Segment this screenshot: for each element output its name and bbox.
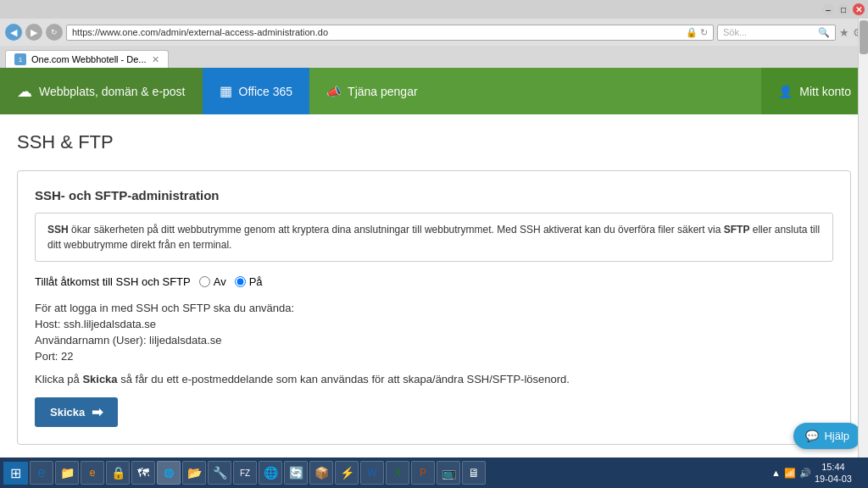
- app-header: ☁ Webbplats, domän & e-post ▦ Office 365…: [0, 68, 868, 114]
- taskbar-ie2[interactable]: e: [81, 461, 104, 485]
- taskbar-word[interactable]: W: [360, 461, 384, 485]
- title-bar: – □ ✕: [0, 0, 868, 19]
- access-label: Tillåt åtkomst till SSH och SFTP: [35, 275, 191, 288]
- ssh-card: SSH- och SFTP-administration SSH ökar sä…: [17, 170, 851, 445]
- search-placeholder: Sök...: [723, 27, 815, 37]
- page-title: SSH & FTP: [17, 131, 851, 153]
- scrollbar-thumb[interactable]: [860, 20, 868, 54]
- taskbar-explorer[interactable]: 📁: [55, 461, 79, 485]
- nav-earn-label: Tjäna pengar: [348, 85, 418, 98]
- taskbar-ppt[interactable]: P: [411, 461, 435, 485]
- taskbar-pin8[interactable]: 📺: [437, 461, 460, 485]
- clock-date: 19-04-03: [815, 473, 852, 485]
- clock-time: 15:44: [815, 461, 852, 473]
- search-icon: 🔍: [818, 27, 830, 38]
- radio-off-text: Av: [214, 275, 226, 288]
- send-note-post: så får du ett e-postmeddelande som kan a…: [118, 373, 570, 385]
- tab-favicon: 1: [14, 53, 26, 65]
- help-label: Hjälp: [824, 430, 849, 442]
- taskbar-excel[interactable]: X: [386, 461, 409, 485]
- skicka-button[interactable]: Skicka ➡: [35, 397, 118, 427]
- taskbar-pin1[interactable]: 🔒: [106, 461, 130, 485]
- account-icon: 👤: [778, 85, 793, 98]
- help-chat-icon: 💬: [805, 430, 819, 442]
- radio-off[interactable]: [199, 276, 210, 287]
- tab-label: One.com Webbhotell - De...: [31, 54, 147, 64]
- nav-office365-label: Office 365: [239, 85, 293, 98]
- nav-webhost-label: Webbplats, domän & e-post: [39, 85, 186, 98]
- user-info: Användarnamn (User): liljedalsdata.se: [35, 334, 833, 347]
- ssh-bold: SSH: [47, 224, 69, 236]
- main-content: SSH & FTP SSH- och SFTP-administration S…: [0, 114, 868, 458]
- taskbar-fz[interactable]: FZ: [233, 461, 257, 485]
- taskbar-pin3[interactable]: 📂: [182, 461, 206, 485]
- arrow-icon: ➡: [92, 404, 103, 420]
- tray-network: 📶: [784, 468, 796, 479]
- taskbar-tray: ▲ 📶 🔊 15:44 19-04-03: [766, 461, 865, 485]
- nav-spacer: [435, 68, 762, 114]
- taskbar-pin5[interactable]: 🔄: [284, 461, 308, 485]
- info-rows: För att logga in med SSH och SFTP ska du…: [35, 302, 833, 363]
- start-button[interactable]: ⊞: [3, 462, 28, 485]
- taskbar: ⊞ e 📁 e 🔒 🗺 🌐 📂 🔧 FZ 🌐 🔄 📦 ⚡ W X P 📺 🖥 ▲…: [0, 458, 868, 488]
- taskbar-pin9[interactable]: 🖥: [462, 461, 486, 485]
- lock-icon: 🔒: [686, 27, 698, 38]
- scrollbar[interactable]: [858, 19, 868, 458]
- send-note: Klicka på Skicka så får du ett e-postmed…: [35, 373, 833, 385]
- taskbar-pin7[interactable]: ⚡: [335, 461, 359, 485]
- cloud-icon: ☁: [17, 82, 32, 101]
- port-info: Port: 22: [35, 350, 833, 363]
- radio-on-label[interactable]: På: [235, 275, 263, 288]
- host-info: Host: ssh.liljedalsdata.se: [35, 318, 833, 330]
- info-text-pre: ökar säkerheten på ditt webbutrymme geno…: [69, 224, 724, 236]
- tab-bar: 1 One.com Webbhotell - De... ✕: [0, 46, 868, 68]
- address-bar[interactable]: https://www.one.com/admin/external-acces…: [66, 25, 714, 41]
- access-row: Tillåt åtkomst till SSH och SFTP Av På: [35, 275, 833, 288]
- minimize-button[interactable]: –: [822, 3, 834, 15]
- sftp-bold: SFTP: [724, 224, 750, 236]
- office-icon: ▦: [220, 83, 232, 99]
- taskbar-ie[interactable]: e: [30, 461, 53, 485]
- browser-nav-bar: ◀ ▶ ↻ https://www.one.com/admin/external…: [0, 19, 868, 46]
- earn-icon: 📣: [326, 85, 341, 98]
- radio-on-text: På: [249, 275, 263, 288]
- active-tab[interactable]: 1 One.com Webbhotell - De... ✕: [5, 50, 169, 68]
- tray-time: 15:44 19-04-03: [815, 461, 852, 485]
- nav-office365[interactable]: ▦ Office 365: [203, 68, 310, 114]
- info-box: SSH ökar säkerheten på ditt webbutrymme …: [35, 213, 833, 262]
- bookmark-icon[interactable]: ★: [839, 26, 849, 39]
- send-note-pre: Klicka på: [35, 373, 82, 385]
- clock: 15:44 19-04-03: [815, 461, 852, 485]
- radio-on[interactable]: [235, 276, 246, 287]
- address-text: https://www.one.com/admin/external-acces…: [72, 27, 682, 37]
- skicka-label: Skicka: [50, 406, 85, 419]
- search-bar[interactable]: Sök... 🔍: [717, 25, 836, 41]
- nav-webhost[interactable]: ☁ Webbplats, domän & e-post: [0, 68, 203, 114]
- address-icons: 🔒 ↻: [686, 27, 708, 38]
- nav-earn[interactable]: 📣 Tjäna pengar: [309, 68, 435, 114]
- tab-close-button[interactable]: ✕: [152, 54, 159, 65]
- close-button[interactable]: ✕: [853, 3, 865, 15]
- tray-volume: 🔊: [799, 468, 811, 479]
- maximize-button[interactable]: □: [837, 3, 849, 15]
- radio-off-label[interactable]: Av: [199, 275, 226, 288]
- refresh-button[interactable]: ↻: [46, 24, 63, 41]
- nav-account[interactable]: 👤 Mitt konto: [761, 68, 868, 114]
- taskbar-pin6[interactable]: 📦: [309, 461, 333, 485]
- taskbar-pin4[interactable]: 🔧: [208, 461, 231, 485]
- taskbar-active-item[interactable]: 🌐: [157, 461, 181, 485]
- taskbar-chrome[interactable]: 🌐: [259, 461, 282, 485]
- forward-button[interactable]: ▶: [25, 24, 42, 41]
- back-button[interactable]: ◀: [5, 24, 22, 41]
- login-intro: För att logga in med SSH och SFTP ska du…: [35, 302, 833, 314]
- send-note-bold: Skicka: [82, 373, 117, 385]
- taskbar-pin2[interactable]: 🗺: [131, 461, 155, 485]
- refresh-icon: ↻: [700, 27, 708, 38]
- nav-account-label: Mitt konto: [799, 85, 851, 98]
- help-button[interactable]: 💬 Hjälp: [793, 423, 861, 449]
- tray-icon1: ▲: [771, 468, 781, 478]
- card-title: SSH- och SFTP-administration: [35, 188, 833, 202]
